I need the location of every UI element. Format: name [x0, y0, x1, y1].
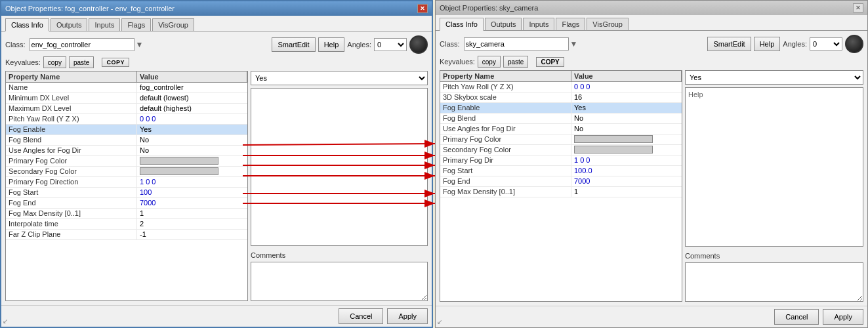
tab-visgroup-left[interactable]: VisGroup [152, 18, 194, 31]
left-prop-value-7 [137, 156, 247, 166]
right-prop-row-4[interactable]: Use Angles for Fog DirNo [440, 124, 682, 134]
left-prop-value-0: fog_controller [137, 83, 247, 92]
right-prop-value-7: 1 0 0 [571, 155, 682, 165]
left-comments-textarea[interactable] [251, 262, 428, 301]
right-paste-button[interactable]: paste [503, 56, 528, 68]
left-prop-row-6[interactable]: Use Angles for Fog DirNo [6, 146, 247, 156]
right-color-swatch-5 [574, 135, 653, 143]
left-prop-row-8[interactable]: Secondary Fog Color [6, 167, 247, 177]
left-resize-handle[interactable]: ↙ [3, 318, 10, 325]
right-prop-name-6: Secondary Fog Color [440, 145, 571, 155]
tab-inputs-right[interactable]: Inputs [523, 18, 554, 30]
left-prop-row-7[interactable]: Primary Fog Color [6, 156, 247, 167]
left-prop-row-11[interactable]: Fog End7000 [6, 198, 247, 209]
left-prop-name-1: Minimum DX Level [6, 93, 137, 103]
left-smartedit-button[interactable]: SmartEdit [272, 37, 315, 52]
right-prop-row-10[interactable]: Fog Max Density [0..1]1 [440, 187, 682, 197]
left-prop-row-10[interactable]: Fog Start100 [6, 188, 247, 198]
right-apply-button[interactable]: Apply [823, 309, 863, 325]
left-copy-button[interactable]: copy [43, 56, 66, 68]
right-prop-header: Property Name Value [440, 71, 682, 82]
left-paste-button[interactable]: paste [69, 56, 94, 68]
right-copy-big-button[interactable]: COPY [536, 57, 564, 67]
right-prop-value-5 [571, 134, 682, 144]
left-prop-row-1[interactable]: Minimum DX Leveldefault (lowest) [6, 93, 247, 104]
left-prop-name-5: Fog Blend [6, 135, 137, 145]
left-prop-row-14[interactable]: Far Z Clip Plane-1 [6, 230, 247, 240]
right-prop-row-6[interactable]: Secondary Fog Color [440, 145, 682, 155]
right-prop-row-1[interactable]: 3D Skybox scale16 [440, 92, 682, 103]
left-prop-row-9[interactable]: Primary Fog Direction1 0 0 [6, 177, 247, 188]
tab-visgroup-right[interactable]: VisGroup [587, 18, 629, 30]
left-prop-row-2[interactable]: Maximum DX Leveldefault (highest) [6, 104, 247, 114]
tab-class-info-right[interactable]: Class Info [440, 18, 484, 31]
right-prop-row-0[interactable]: Pitch Yaw Roll (Y Z X)0 0 0 [440, 82, 682, 92]
left-angles-section: SmartEdit Help Angles: 0 [272, 35, 428, 54]
left-cancel-button[interactable]: Cancel [339, 308, 383, 324]
right-prop-row-5[interactable]: Primary Fog Color [440, 134, 682, 145]
right-cancel-button[interactable]: Cancel [774, 309, 819, 325]
left-header-name: Property Name [6, 72, 137, 82]
tab-flags-left[interactable]: Flags [121, 18, 151, 31]
right-prop-row-9[interactable]: Fog End7000 [440, 176, 682, 187]
left-footer: Cancel Apply [1, 305, 432, 327]
left-copy-big-button[interactable]: COPY [102, 58, 129, 67]
left-close-button[interactable]: ✕ [417, 4, 428, 13]
right-prop-name-8: Fog Start [440, 166, 571, 176]
right-prop-value-10: 1 [571, 187, 682, 197]
right-copy-button[interactable]: copy [478, 56, 501, 68]
left-property-table: Property Name Value Namefog_controllerMi… [5, 71, 248, 301]
left-class-input[interactable] [30, 38, 134, 51]
right-prop-row-8[interactable]: Fog Start100.0 [440, 166, 682, 176]
right-help-button[interactable]: Help [754, 37, 781, 51]
right-yes-dropdown[interactable]: Yes No [685, 70, 863, 85]
left-class-dropdown-arrow[interactable]: ▼ [136, 40, 144, 49]
tab-outputs-left[interactable]: Outputs [51, 18, 88, 31]
left-angles-dropdown[interactable]: 0 [374, 38, 407, 51]
right-prop-row-7[interactable]: Primary Fog Dir1 0 0 [440, 155, 682, 166]
left-prop-rows: Namefog_controllerMinimum DX Leveldefaul… [6, 83, 247, 240]
left-comments-label: Comments [251, 251, 428, 259]
left-color-swatch-8 [140, 167, 218, 175]
right-window: Object Properties: sky_camera ✕ Class In… [435, 0, 868, 328]
left-angles-label: Angles: [347, 41, 371, 49]
left-content: Class: ▼ SmartEdit Help Angles: 0 Keyv [1, 31, 432, 305]
right-comments-label: Comments [685, 252, 863, 260]
right-header-name: Property Name [440, 71, 571, 81]
right-prop-name-10: Fog Max Density [0..1] [440, 187, 571, 197]
left-help-box [251, 88, 428, 246]
tab-inputs-left[interactable]: Inputs [89, 18, 120, 31]
left-prop-row-12[interactable]: Fog Max Density [0..1]1 [6, 209, 247, 219]
right-comments-textarea[interactable] [685, 262, 863, 302]
left-prop-row-0[interactable]: Namefog_controller [6, 83, 247, 93]
left-prop-row-5[interactable]: Fog BlendNo [6, 135, 247, 146]
left-prop-value-13: 2 [137, 219, 247, 229]
left-prop-row-13[interactable]: Interpolate time2 [6, 219, 247, 230]
left-help-button[interactable]: Help [318, 37, 345, 52]
left-prop-name-13: Interpolate time [6, 219, 137, 229]
right-prop-row-2[interactable]: Fog EnableYes [440, 103, 682, 113]
right-class-dropdown-arrow[interactable]: ▼ [570, 39, 578, 49]
right-content: Class: ▼ SmartEdit Help Angles: 0 Keyv [436, 31, 867, 306]
tab-class-info-left[interactable]: Class Info [5, 18, 49, 31]
left-prop-name-2: Maximum DX Level [6, 104, 137, 113]
right-prop-value-3: No [571, 113, 682, 123]
tab-flags-right[interactable]: Flags [556, 18, 585, 30]
right-keyvalues-label: Keyvalues: [440, 58, 475, 66]
left-apply-button[interactable]: Apply [387, 308, 428, 324]
right-class-input[interactable] [464, 37, 569, 51]
tab-outputs-right[interactable]: Outputs [485, 18, 522, 30]
right-prop-row-3[interactable]: Fog BlendNo [440, 113, 682, 124]
right-class-row: Class: ▼ SmartEdit Help Angles: 0 [440, 35, 863, 53]
right-smartedit-button[interactable]: SmartEdit [707, 37, 751, 51]
right-prop-name-5: Primary Fog Color [440, 134, 571, 144]
right-prop-value-2: Yes [571, 103, 682, 113]
left-yes-dropdown[interactable]: Yes No [251, 71, 428, 85]
left-prop-row-3[interactable]: Pitch Yaw Roll (Y Z X)0 0 0 [6, 114, 247, 125]
right-footer: Cancel Apply [436, 306, 867, 327]
right-angles-dropdown[interactable]: 0 [810, 37, 842, 51]
right-close-button[interactable]: ✕ [853, 3, 863, 12]
left-prop-value-9: 1 0 0 [137, 177, 247, 187]
right-resize-handle[interactable]: ↙ [437, 318, 445, 326]
left-prop-row-4[interactable]: Fog EnableYes [6, 125, 247, 135]
